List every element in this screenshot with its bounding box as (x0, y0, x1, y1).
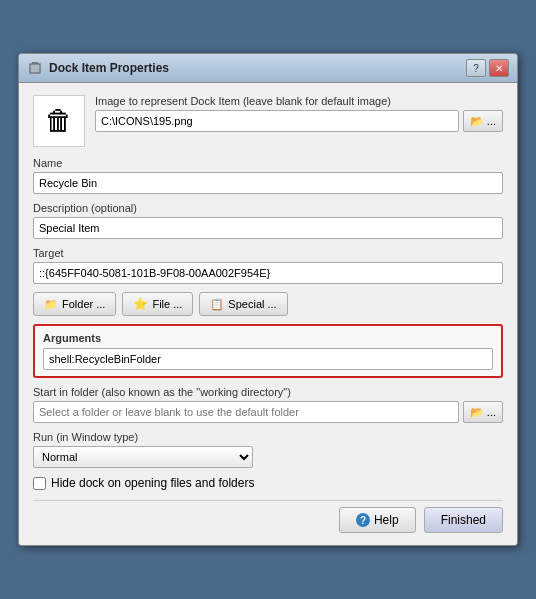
dialog-content: 🗑 Image to represent Dock Item (leave bl… (19, 83, 517, 545)
name-input[interactable] (33, 172, 503, 194)
dock-item-preview-icon: 🗑 (33, 95, 85, 147)
name-label: Name (33, 157, 503, 169)
folder-icon: 📂 (470, 115, 484, 128)
description-label: Description (optional) (33, 202, 503, 214)
action-buttons-row: 📁 Folder ... ⭐ File ... 📋 Special ... (33, 292, 503, 316)
arguments-input[interactable] (43, 348, 493, 370)
title-bar-buttons: ? ✕ (466, 59, 509, 77)
file-btn-icon: ⭐ (133, 297, 148, 311)
hide-dock-checkbox[interactable] (33, 477, 46, 490)
window-title: Dock Item Properties (49, 61, 169, 75)
close-button[interactable]: ✕ (489, 59, 509, 77)
start-folder-input[interactable] (33, 401, 459, 423)
footer-buttons: ? Help Finished (33, 500, 503, 533)
folder-button[interactable]: 📁 Folder ... (33, 292, 116, 316)
arguments-label: Arguments (43, 332, 493, 344)
title-bar: Dock Item Properties ? ✕ (19, 54, 517, 83)
recycle-bin-icon: 🗑 (45, 107, 73, 135)
image-path-input[interactable] (95, 110, 459, 132)
folder-btn-icon: 📁 (44, 298, 58, 311)
help-title-button[interactable]: ? (466, 59, 486, 77)
file-button[interactable]: ⭐ File ... (122, 292, 193, 316)
description-group: Description (optional) (33, 202, 503, 239)
image-browse-button[interactable]: 📂 ... (463, 110, 503, 132)
dock-item-properties-dialog: Dock Item Properties ? ✕ 🗑 Image to repr… (18, 53, 518, 546)
run-dropdown-row: Normal Minimized Maximized (33, 446, 253, 468)
hide-dock-label: Hide dock on opening files and folders (51, 476, 254, 490)
finished-button[interactable]: Finished (424, 507, 503, 533)
image-section: 🗑 Image to represent Dock Item (leave bl… (33, 95, 503, 147)
folder-browse-icon: 📂 (470, 406, 484, 419)
start-folder-browse-button[interactable]: 📂 ... (463, 401, 503, 423)
description-input[interactable] (33, 217, 503, 239)
name-group: Name (33, 157, 503, 194)
svg-rect-1 (31, 65, 39, 72)
run-label: Run (in Window type) (33, 431, 503, 443)
start-folder-group: Start in folder (also known as the "work… (33, 386, 503, 423)
help-icon: ? (356, 513, 370, 527)
target-label: Target (33, 247, 503, 259)
target-input[interactable] (33, 262, 503, 284)
hide-dock-checkbox-row: Hide dock on opening files and folders (33, 476, 503, 490)
image-input-row: 📂 ... (95, 110, 503, 132)
start-folder-label: Start in folder (also known as the "work… (33, 386, 503, 398)
title-bar-left: Dock Item Properties (27, 60, 169, 76)
help-button[interactable]: ? Help (339, 507, 416, 533)
special-button[interactable]: 📋 Special ... (199, 292, 287, 316)
app-title-icon (27, 60, 43, 76)
image-label: Image to represent Dock Item (leave blan… (95, 95, 503, 107)
run-group: Run (in Window type) Normal Minimized Ma… (33, 431, 503, 468)
run-select[interactable]: Normal Minimized Maximized (33, 446, 253, 468)
target-group: Target (33, 247, 503, 284)
image-input-section: Image to represent Dock Item (leave blan… (95, 95, 503, 132)
arguments-box: Arguments (33, 324, 503, 378)
start-folder-input-row: 📂 ... (33, 401, 503, 423)
special-btn-icon: 📋 (210, 298, 224, 311)
